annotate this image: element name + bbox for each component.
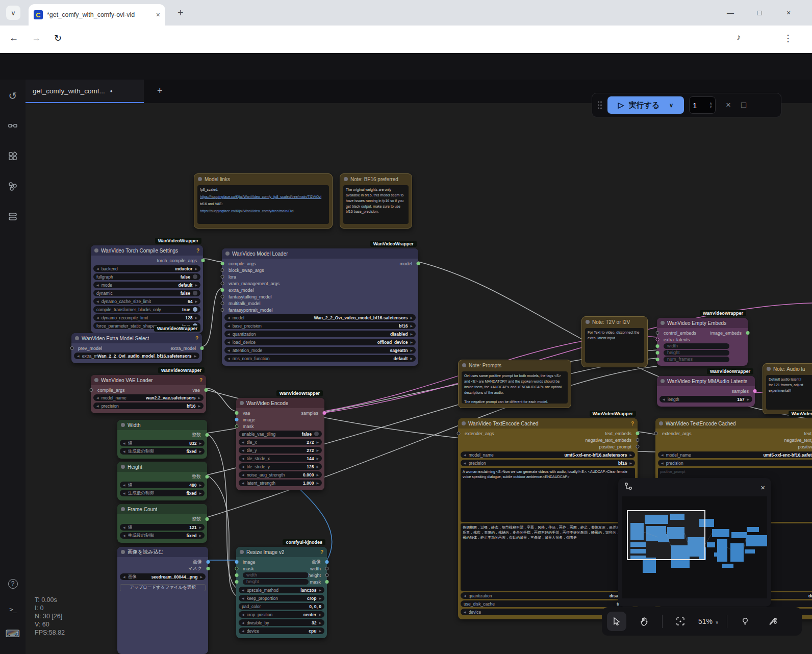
run-count-stepper[interactable]: 1 ∧∨	[689, 96, 716, 114]
output-port[interactable]: 画像	[193, 559, 208, 565]
output-port[interactable]: 整数	[192, 516, 207, 522]
node-empty-mmaudio-latents[interactable]: WanVideoWrapper WanVideo Empty MMAudio L…	[657, 376, 755, 407]
node-help-icon[interactable]: ?	[631, 421, 634, 426]
output-port[interactable]: 整数	[192, 432, 207, 438]
pan-tool-button[interactable]	[635, 612, 654, 631]
minimap-links-toggle-icon[interactable]	[624, 482, 632, 492]
widget[interactable]: crop_positioncenter	[239, 611, 324, 618]
fit-view-button[interactable]	[671, 612, 690, 631]
input-port[interactable]: height	[236, 578, 309, 585]
node-audio-note[interactable]: Note: Audio la Default audio latent lfor…	[763, 363, 812, 414]
widget[interactable]: pad_color0, 0, 0	[239, 603, 324, 610]
collapse-dot[interactable]	[586, 320, 590, 324]
widget[interactable]: keep_proportioncrop	[239, 595, 324, 601]
widget[interactable]: use_disk_cachetrue	[461, 600, 635, 607]
tab-close-icon[interactable]: ×	[156, 11, 160, 19]
input-port[interactable]: compile_args	[91, 387, 206, 393]
widget[interactable]: precisionbf16	[658, 460, 812, 466]
widget[interactable]: tile_x272	[239, 439, 322, 445]
node-load-image[interactable]: 画像を読み込む 画像マスク 画像seedream_00044_.png アップロ…	[117, 547, 208, 654]
node-torch-compile-settings[interactable]: WanVideoWrapper WanVideo Torch Compile S…	[91, 245, 203, 333]
output-port[interactable]: samples	[731, 388, 755, 394]
output-port[interactable]: height	[308, 572, 327, 578]
browser-tab[interactable]: C *get_comfy_with_comfy-ovi-vid ×	[29, 4, 165, 26]
positive-prompt-textarea[interactable]: A woman exclaiming <S>Now we can generat…	[461, 468, 635, 522]
node-resize-image-v2[interactable]: comfyui-kjnodes Resize Image v2? imagema…	[236, 547, 327, 638]
node-wanvideo-encode[interactable]: WanVideoWrapper WanVideo Encode vaeimage…	[236, 398, 324, 490]
output-port[interactable]: mask	[310, 578, 327, 585]
widget[interactable]: divisible_by32	[239, 619, 324, 626]
widget[interactable]: 生成後の制御fixed	[120, 448, 205, 455]
widget[interactable]: modelWan_2_2_Ovi_video_model_bf16.safete…	[224, 314, 416, 321]
input-port[interactable]: mask	[236, 423, 324, 430]
widget[interactable]: compile_transformer_blocks_onlytrue	[93, 306, 200, 313]
drag-handle[interactable]	[597, 100, 602, 110]
input-port[interactable]: vram_management_args	[222, 280, 418, 287]
input-port[interactable]: compile_args	[222, 260, 418, 267]
widget[interactable]: modedefault	[93, 282, 200, 288]
node-help-icon[interactable]: ?	[320, 549, 323, 555]
widget[interactable]: fullgraphfalse	[93, 273, 200, 280]
output-port[interactable]: torch_compile_args	[157, 257, 203, 264]
node-vae-loader[interactable]: WanVideoWrapper WanVideo VAE Loader? com…	[91, 375, 206, 413]
clear-queue-icon[interactable]: ×	[726, 100, 731, 110]
output-port[interactable]: text_embeds	[605, 430, 638, 437]
node-height[interactable]: Height 整数 値480生成後の制御fixed	[117, 462, 207, 500]
help-icon[interactable]: ?	[0, 573, 26, 594]
node-help-icon[interactable]: ?	[196, 248, 199, 254]
negative-prompt-textarea[interactable]: 色调艳丽，过曝，静态，细节模糊不清，字幕，风格，作品，画作，画面，静止，整体发灰…	[461, 523, 635, 591]
widget[interactable]: load_deviceoffload_device	[224, 339, 416, 345]
new-tab-button[interactable]: +	[177, 7, 184, 19]
back-icon[interactable]: ←	[9, 33, 18, 43]
widget[interactable]: devicecpu	[239, 627, 324, 634]
input-port[interactable]: fantasyportrait_model	[222, 307, 418, 313]
widget[interactable]: quantizationdisabled	[461, 592, 635, 599]
output-port[interactable]: model	[399, 260, 418, 267]
widget[interactable]: precisionbf16	[93, 403, 204, 409]
select-tool-button[interactable]	[607, 612, 626, 631]
node-bf16-note[interactable]: Note: BF16 preferred The original weight…	[340, 173, 412, 229]
window-maximize-button[interactable]: □	[745, 0, 774, 26]
toggle-links-button[interactable]	[763, 612, 782, 631]
tab-search-button[interactable]: ∨	[6, 6, 20, 20]
output-port[interactable]: 整数	[192, 473, 207, 480]
queue-icon[interactable]	[0, 206, 26, 227]
widget[interactable]: 画像seedream_00044_.png	[120, 573, 206, 580]
output-port[interactable]: image_embeds	[710, 330, 748, 336]
widget[interactable]: tile_stride_x144	[239, 455, 322, 462]
minimap-panel[interactable]: ×	[618, 478, 771, 607]
collapse-dot[interactable]	[659, 421, 663, 425]
collapse-dot[interactable]	[94, 378, 98, 382]
output-port[interactable]: マスク	[188, 565, 208, 572]
input-port[interactable]: lora	[222, 273, 418, 280]
collapse-dot[interactable]	[661, 321, 665, 325]
output-port[interactable]: negative_text_embeds	[784, 437, 812, 443]
widget[interactable]: 値832	[120, 440, 205, 446]
minimap-close-icon[interactable]: ×	[760, 483, 765, 492]
decrement-icon[interactable]: ∨	[709, 105, 712, 108]
collapse-dot[interactable]	[121, 550, 125, 554]
widget[interactable]: noise_aug_strength0.000	[239, 471, 322, 478]
widget[interactable]: precisionbf16	[461, 460, 635, 466]
collapse-dot[interactable]	[240, 550, 244, 554]
widget[interactable]: upscale_methodlanczos	[239, 587, 324, 593]
workflows-icon[interactable]	[0, 115, 26, 136]
widget[interactable]: dynamo_recompile_limit128	[93, 314, 200, 321]
node-prompts-note[interactable]: Note: Prompts Ovi uses same positive pro…	[458, 360, 571, 408]
widget[interactable]: tile_stride_y128	[239, 463, 322, 470]
zoom-level-dropdown[interactable]: 51%∨	[698, 617, 719, 625]
widget[interactable]: dynamo_cache_size_limit64	[93, 298, 200, 305]
widget[interactable]: model_namewan2.2_vae.safetensors	[93, 394, 204, 401]
node-help-icon[interactable]: ?	[195, 336, 198, 341]
output-port[interactable]: samples	[301, 410, 324, 416]
node-model-loader[interactable]: WanVideoWrapper WanVideo Model Loader co…	[222, 248, 418, 366]
collapse-dot[interactable]	[767, 367, 771, 371]
input-port[interactable]: extra_model	[222, 287, 418, 293]
node-textencode-cached-left[interactable]: WanVideoWrapper WanVideo TextEncode Cach…	[458, 418, 638, 619]
widget[interactable]: 値121	[120, 524, 205, 531]
input-port[interactable]: fantasytalking_model	[222, 293, 418, 300]
widget[interactable]: tile_y272	[239, 447, 322, 454]
keyboard-icon[interactable]: ⌨	[0, 623, 26, 644]
output-port[interactable]: width	[310, 565, 327, 572]
forward-icon[interactable]: →	[32, 33, 41, 43]
